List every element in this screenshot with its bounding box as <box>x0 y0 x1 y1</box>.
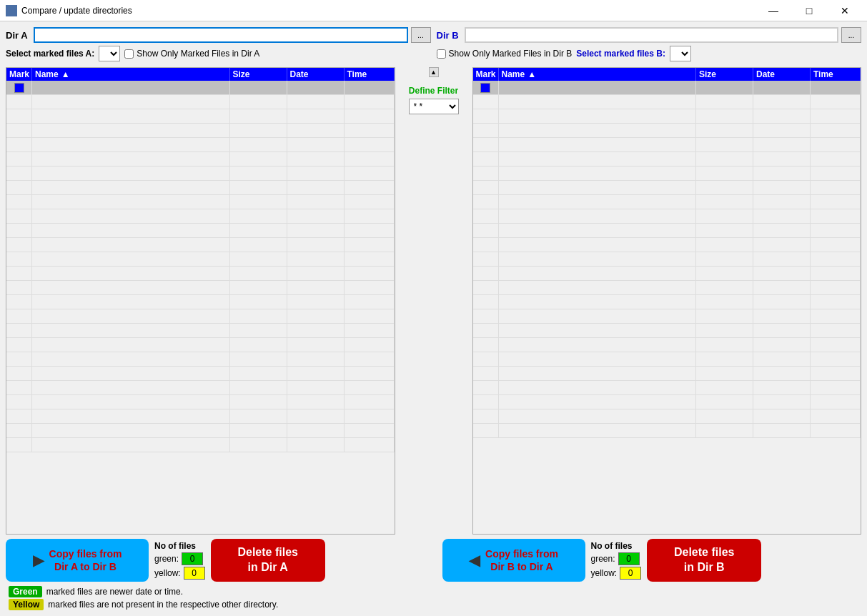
show-only-a-checkbox[interactable] <box>124 49 134 59</box>
bottom-section: ▶ Copy files fromDir A to Dir B No of fi… <box>6 539 861 582</box>
grid-a-time-label: Time <box>347 69 367 79</box>
grid-b-col-size[interactable]: Size <box>696 68 753 81</box>
dir-a-browse-button[interactable]: ... <box>411 27 431 43</box>
grid-b-nav-mark[interactable] <box>473 81 499 94</box>
grid-b-name-label: Name <box>502 69 525 79</box>
table-row <box>6 138 395 152</box>
main-content: Dir A ... Select marked files A: Show On… <box>0 21 867 616</box>
table-row <box>473 181 861 195</box>
titlebar: Compare / update directories — □ ✕ <box>0 0 867 21</box>
titlebar-title: Compare / update directories <box>21 6 132 16</box>
table-row <box>473 281 861 295</box>
show-only-b-text: Show Only Marked Files in Dir B <box>449 49 573 59</box>
maximize-button[interactable]: □ <box>793 0 826 21</box>
top-section: Dir A ... Select marked files A: Show On… <box>6 27 861 64</box>
no-of-files-b: No of files green: 0 yellow: 0 <box>591 541 642 580</box>
close-button[interactable]: ✕ <box>828 0 861 21</box>
filter-combo[interactable]: * * <box>409 99 459 114</box>
grid-a-col-mark[interactable]: Mark <box>6 68 32 81</box>
grid-a-col-date[interactable]: Date <box>287 68 345 81</box>
grid-b-nav-size <box>696 81 753 94</box>
legend-yellow-badge: Yellow <box>9 599 44 610</box>
grid-b-col-time[interactable]: Time <box>811 68 861 81</box>
grid-a-mark-label: Mark <box>9 69 29 79</box>
show-only-b-label[interactable]: Show Only Marked Files in Dir B <box>437 49 573 59</box>
yellow-count-b-label: yellow: <box>591 568 618 578</box>
delete-b-button[interactable]: Delete filesin Dir B <box>647 539 761 582</box>
show-only-a-text: Show Only Marked Files in Dir A <box>137 49 259 59</box>
copy-b-to-a-button[interactable]: ◀ Copy files fromDir B to Dir A <box>442 539 585 582</box>
dir-b-options: Show Only Marked Files in Dir B Select m… <box>437 46 862 61</box>
scroll-up-a[interactable]: ▲ <box>429 67 439 77</box>
table-row <box>6 252 395 267</box>
grid-a-body[interactable] <box>6 81 395 534</box>
minimize-button[interactable]: — <box>757 0 790 21</box>
yellow-count-b-row: yellow: 0 <box>591 567 642 580</box>
select-marked-a-combo[interactable] <box>99 46 120 61</box>
table-row <box>473 309 861 324</box>
show-only-a-label[interactable]: Show Only Marked Files in Dir A <box>124 49 259 59</box>
panel-a: Dir A ... Select marked files A: Show On… <box>6 27 431 64</box>
no-of-files-b-title: No of files <box>591 541 642 551</box>
grid-a-nav-time <box>345 81 395 94</box>
copy-a-to-b-button[interactable]: ▶ Copy files fromDir A to Dir B <box>6 539 149 582</box>
grid-a-scrollbar-top[interactable]: ▲ <box>429 67 439 77</box>
table-row <box>473 95 861 109</box>
table-row <box>6 309 395 324</box>
grid-b-col-name[interactable]: Name ▲ <box>499 68 697 81</box>
define-filter-label: Define Filter <box>409 86 458 96</box>
table-row <box>473 124 861 138</box>
table-row <box>473 152 861 167</box>
dir-b-browse-button[interactable]: ... <box>841 27 861 43</box>
table-row <box>6 238 395 252</box>
sort-icon-b: ▲ <box>527 69 536 79</box>
table-row <box>6 95 395 109</box>
green-count-a-label: green: <box>154 554 179 564</box>
table-row <box>6 209 395 224</box>
grid-b-col-mark[interactable]: Mark <box>473 68 499 81</box>
grid-b-col-date[interactable]: Date <box>753 68 811 81</box>
table-row <box>6 181 395 195</box>
grid-b-nav-date <box>753 81 811 94</box>
table-row <box>473 209 861 224</box>
show-only-b-checkbox[interactable] <box>437 49 446 59</box>
sort-icon-a: ▲ <box>61 69 70 79</box>
table-row <box>473 109 861 124</box>
grid-b-nav-name <box>499 81 697 94</box>
titlebar-left: Compare / update directories <box>6 5 132 16</box>
dir-b-label: Dir B <box>437 30 462 41</box>
table-row <box>6 152 395 167</box>
grid-a-col-size[interactable]: Size <box>230 68 287 81</box>
grid-a-nav-checkbox[interactable] <box>14 83 24 93</box>
select-marked-b-combo[interactable] <box>670 46 691 61</box>
legend-green-text: marked files are newer date or time. <box>46 587 183 597</box>
table-row <box>6 195 395 209</box>
copy-b-to-a-label: Copy files fromDir B to Dir A <box>485 547 558 573</box>
grid-b: Mark Name ▲ Size Date Time <box>472 67 862 535</box>
dir-b-row: Dir B ... <box>437 27 862 43</box>
table-row <box>6 124 395 138</box>
right-bottom: ◀ Copy files fromDir B to Dir A No of fi… <box>431 539 862 582</box>
dir-b-input[interactable] <box>465 27 839 43</box>
table-row <box>6 267 395 281</box>
grid-a-nav-mark[interactable] <box>6 81 32 94</box>
panel-b: Dir B ... Show Only Marked Files in Dir … <box>437 27 862 64</box>
grid-a-nav-size <box>230 81 287 94</box>
yellow-count-a-row: yellow: 0 <box>154 567 205 580</box>
table-row <box>6 338 395 352</box>
legend-yellow-text: marked files are not present in the resp… <box>48 600 278 610</box>
grid-a-col-time[interactable]: Time <box>345 68 395 81</box>
grid-a-col-name[interactable]: Name ▲ <box>32 68 230 81</box>
no-of-files-a: No of files green: 0 yellow: 0 <box>154 541 205 580</box>
green-count-b-row: green: 0 <box>591 552 642 565</box>
dir-a-input[interactable] <box>34 27 408 43</box>
middle-section: Mark Name ▲ Size Date Time <box>6 67 861 535</box>
delete-a-button[interactable]: Delete filesin Dir A <box>211 539 325 582</box>
grid-b-nav-checkbox[interactable] <box>480 83 490 93</box>
table-row <box>473 138 861 152</box>
delete-b-label: Delete filesin Dir B <box>674 546 734 573</box>
table-row <box>473 267 861 281</box>
grid-b-body[interactable] <box>473 81 861 534</box>
table-row <box>473 367 861 381</box>
table-row <box>473 324 861 338</box>
